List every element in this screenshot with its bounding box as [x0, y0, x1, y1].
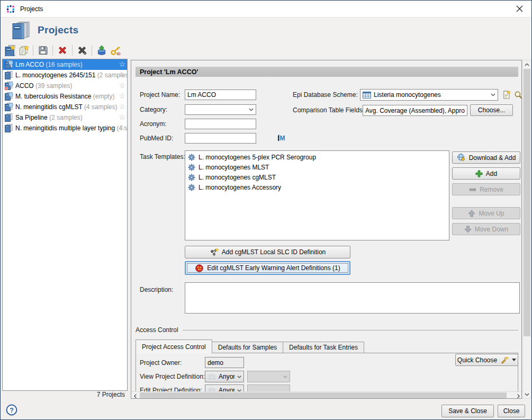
move-up-button[interactable]: Move Up — [452, 207, 520, 219]
project-row-n-meningitidis-cgmlst[interactable]: N. meningitidis cgMLST (4 samples) ☆ — [3, 102, 127, 112]
project-row-lm-acco[interactable]: Lm ACCO (16 samples) ☆ — [3, 59, 127, 70]
project-name: Sa Pipeline — [15, 114, 48, 121]
arrow-down-icon — [464, 226, 472, 233]
favorite-star-icon[interactable]: ☆ — [119, 123, 125, 132]
task-template-name: L. monocytogenes 5-plex PCR Serogroup — [199, 154, 316, 161]
save-and-close-button[interactable]: Save & Close — [441, 405, 494, 417]
vertical-scroll-thumb[interactable] — [524, 69, 530, 336]
task-template-list[interactable]: L. monocytogenes 5-plex PCR Serogroup L.… — [185, 150, 449, 240]
remove-button[interactable]: Remove — [452, 183, 520, 195]
project-list: Lm ACCO (16 samples) ☆ L. monocytogenes … — [2, 59, 128, 391]
favorite-star-icon[interactable]: ☆ — [119, 60, 125, 68]
tab-defaults-for-samples[interactable]: Defaults for Samples — [212, 342, 283, 353]
access-control-header: Access Control — [136, 326, 518, 334]
comparison-fields-label: Comparison Table Fields: — [293, 105, 364, 115]
epi-scheme-select[interactable]: Listeria monocytogenes — [360, 89, 498, 101]
project-icon — [4, 71, 13, 80]
database-upload-button[interactable] — [95, 43, 109, 57]
quick-choose-button[interactable]: Quick Choose — [455, 354, 518, 366]
choose-fields-button[interactable]: Choose... — [470, 104, 513, 116]
project-owner-input[interactable] — [205, 357, 244, 368]
add-slc-definition-button[interactable]: Add cgMLST Local SLC ID Definition — [185, 246, 350, 258]
chevron-down-icon — [525, 393, 529, 396]
save-and-close-label: Save & Close — [448, 407, 487, 415]
dropdown-arrow-icon — [512, 359, 516, 361]
project-name: N. meningitidis multiple layer typing — [15, 124, 115, 132]
new-project-icon — [4, 45, 15, 56]
task-template-item[interactable]: L. monocytogenes Accessory — [185, 182, 449, 192]
task-template-item[interactable]: L. monocytogenes MLST — [185, 162, 449, 172]
project-row-acco[interactable]: ACCO (39 samples) ☆ — [3, 81, 127, 91]
gear-icon — [188, 154, 195, 161]
project-globe-blocked-icon — [4, 82, 13, 91]
favorite-star-icon[interactable]: ☆ — [119, 102, 125, 111]
category-label: Category: — [140, 104, 167, 115]
task-template-item[interactable]: L. monocytogenes 5-plex PCR Serogroup — [185, 152, 449, 162]
page-header: Projects — [1, 18, 531, 42]
description-textarea[interactable] — [185, 282, 520, 314]
pubmed-input[interactable] — [185, 133, 256, 144]
scroll-down-button[interactable] — [523, 390, 531, 398]
project-row-n-meningitidis-multi[interactable]: N. meningitidis multiple layer typing (4… — [3, 123, 127, 133]
download-add-button[interactable]: Download & Add — [452, 151, 520, 164]
close-button[interactable]: Close — [498, 405, 525, 417]
alert-cluster-icon — [195, 264, 204, 273]
vertical-scrollbar[interactable] — [522, 60, 531, 399]
favorite-star-icon[interactable]: ☆ — [119, 81, 125, 90]
tab-defaults-for-task-entries[interactable]: Defaults for Task Entries — [283, 342, 364, 353]
svg-text:ID: ID — [116, 52, 120, 56]
molecule-icon — [210, 248, 219, 257]
project-row-l-monocytogenes[interactable]: L. monocytogenes 2645/151 (2 samples) ☆ — [3, 70, 127, 81]
quick-choose-label: Quick Choose — [457, 356, 497, 364]
gear-icon — [188, 174, 195, 181]
search-scheme-button[interactable] — [513, 90, 522, 100]
close-label: Close — [503, 407, 520, 415]
scroll-left-button[interactable] — [131, 392, 139, 399]
scroll-right-button[interactable] — [515, 392, 522, 399]
favorite-star-icon[interactable]: ☆ — [119, 70, 125, 79]
project-row-sa-pipeline[interactable]: Sa Pipeline (2 samples) ☆ — [3, 112, 127, 123]
save-button[interactable] — [36, 43, 50, 57]
favorite-star-icon[interactable]: ☆ — [119, 113, 125, 121]
edit-ewa-definitions-button[interactable]: Edit cgMLST Early Warning Alert Definiti… — [185, 261, 350, 275]
copy-project-button[interactable] — [16, 43, 30, 57]
close-window-button[interactable] — [507, 1, 531, 17]
help-button[interactable]: ? — [6, 404, 17, 418]
project-row-m-tuberculosis[interactable]: M. tuberculosis Resistance (empty) ☆ — [3, 91, 127, 102]
project-name: N. meningitidis cgMLST — [15, 103, 83, 111]
chevron-up-icon — [525, 63, 529, 66]
move-down-button[interactable]: Move Down — [452, 223, 520, 235]
horizontal-scrollbar[interactable] — [131, 391, 522, 399]
chevron-down-icon — [491, 93, 495, 96]
toolbar-separator — [33, 45, 33, 56]
horizontal-scroll-thumb[interactable] — [140, 392, 507, 399]
comparison-fields-input[interactable] — [363, 105, 467, 116]
scroll-up-button[interactable] — [523, 60, 531, 68]
project-name: M. tuberculosis Resistance — [15, 93, 91, 100]
new-scheme-button[interactable] — [501, 89, 511, 101]
add-label: Add — [486, 170, 497, 177]
gear-icon — [188, 184, 195, 191]
project-count: (empty) — [93, 93, 115, 100]
acronym-input[interactable] — [185, 119, 256, 129]
toolbar-separator — [52, 45, 53, 56]
project-name-input[interactable] — [185, 90, 256, 100]
pubmed-lookup-button[interactable]: M — [276, 132, 287, 144]
page-title: Projects — [38, 24, 78, 36]
force-delete-button[interactable] — [75, 43, 89, 57]
new-project-button[interactable] — [3, 43, 16, 57]
task-template-name: L. monocytogenes Accessory — [199, 184, 281, 191]
remove-label: Remove — [480, 186, 503, 193]
view-definition-secondary-select[interactable] — [247, 371, 290, 382]
change-id-button[interactable]: ID — [109, 43, 122, 57]
pubmed-label: PubMed ID: — [140, 133, 173, 144]
add-button[interactable]: Add — [452, 167, 520, 180]
category-select[interactable] — [185, 104, 256, 115]
view-definition-select[interactable]: Anyone — [205, 371, 244, 382]
delete-button[interactable] — [56, 43, 69, 57]
tab-project-access-control[interactable]: Project Access Control — [136, 339, 212, 353]
task-template-item[interactable]: L. monocytogenes cgMLST — [185, 172, 449, 182]
view-definition-value: Anyone — [219, 373, 235, 380]
favorite-star-icon[interactable]: ☆ — [119, 92, 125, 100]
window-title: Projects — [20, 5, 43, 13]
